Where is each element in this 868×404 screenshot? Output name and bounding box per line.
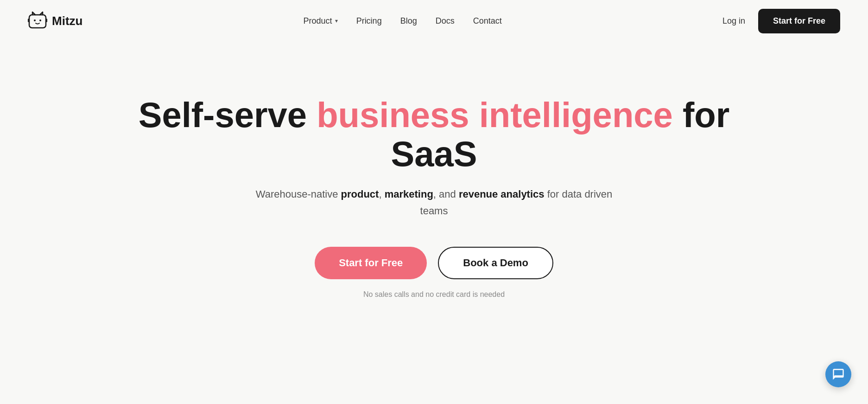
logo-text: Mitzu — [52, 14, 82, 28]
svg-point-1 — [34, 19, 36, 21]
hero-subtitle-prefix: Warehouse-native — [256, 188, 341, 200]
logo-link[interactable]: Mitzu — [28, 11, 82, 31]
chevron-down-icon: ▾ — [335, 18, 338, 24]
hero-title-part1: Self-serve — [139, 95, 317, 135]
navbar: Mitzu Product ▾ Pricing Blog Docs Con — [0, 0, 868, 42]
hero-buttons: Start for Free Book a Demo — [315, 247, 553, 279]
nav-item-pricing[interactable]: Pricing — [356, 16, 382, 26]
chat-button[interactable] — [825, 361, 851, 387]
nav-blog-label: Blog — [400, 16, 417, 26]
logo-icon — [28, 11, 47, 31]
svg-rect-0 — [29, 15, 46, 28]
hero-subtitle-middle: , and — [433, 188, 459, 200]
hero-section: Self-serve business intelligence for Saa… — [0, 42, 868, 343]
hero-title: Self-serve business intelligence for Saa… — [110, 96, 759, 173]
hero-start-button[interactable]: Start for Free — [315, 247, 427, 279]
nav-pricing-label: Pricing — [356, 16, 382, 26]
nav-contact-label: Contact — [473, 16, 502, 26]
nav-item-product[interactable]: Product ▾ — [304, 16, 338, 26]
nav-actions: Log in Start for Free — [722, 9, 840, 33]
nav-item-docs[interactable]: Docs — [436, 16, 455, 26]
hero-note: No sales calls and no credit card is nee… — [363, 290, 505, 299]
hero-subtitle-bold3: revenue analytics — [459, 188, 545, 200]
login-link[interactable]: Log in — [722, 16, 745, 26]
hero-subtitle-bold1: product — [341, 188, 379, 200]
hero-demo-button[interactable]: Book a Demo — [438, 247, 553, 279]
hero-subtitle-bold2: marketing — [385, 188, 433, 200]
nav-product-label: Product — [304, 16, 332, 26]
hero-subtitle: Warehouse-native product, marketing, and… — [249, 186, 620, 218]
nav-links: Product ▾ Pricing Blog Docs Contact — [304, 16, 502, 26]
svg-point-2 — [39, 19, 41, 21]
chat-icon — [832, 368, 845, 381]
nav-item-blog[interactable]: Blog — [400, 16, 417, 26]
hero-title-highlight: business intelligence — [317, 95, 673, 135]
nav-docs-label: Docs — [436, 16, 455, 26]
hero-subtitle-comma1: , — [379, 188, 384, 200]
nav-start-button[interactable]: Start for Free — [758, 9, 840, 33]
nav-item-contact[interactable]: Contact — [473, 16, 502, 26]
